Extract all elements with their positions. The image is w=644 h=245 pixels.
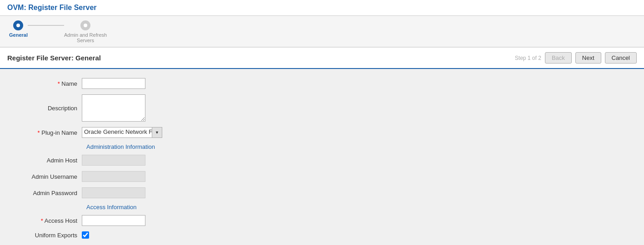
name-label: Name: [18, 80, 82, 87]
cancel-button[interactable]: Cancel: [605, 52, 637, 64]
access-host-input[interactable]: [82, 215, 145, 226]
page-wrapper: OVM: Register File Server General Admin …: [0, 0, 644, 245]
description-row: Description: [18, 94, 626, 122]
admin-username-row: Admin Username: [18, 171, 626, 182]
wizard-steps: General Admin and Refresh Servers: [0, 16, 644, 47]
admin-host-row: Admin Host: [18, 155, 626, 166]
plugin-select-dropdown-button[interactable]: [152, 127, 162, 138]
admin-host-input[interactable]: [82, 155, 145, 166]
wizard-step-circle-2: [80, 20, 90, 30]
step-info: Step 1 of 2: [515, 55, 541, 61]
admin-host-label: Admin Host: [18, 157, 82, 164]
wizard-connector: [28, 25, 64, 26]
wizard-step-label-1: General: [9, 32, 28, 38]
plugin-select-text: Oracle Generic Network Fil: [82, 127, 152, 138]
name-row: Name: [18, 78, 626, 89]
access-host-row: Access Host: [18, 215, 626, 226]
section-header-title: Register File Server: General: [7, 54, 101, 62]
uniform-exports-checkbox[interactable]: [82, 231, 89, 239]
access-host-label: Access Host: [18, 217, 82, 224]
plugin-name-label: Plug-in Name: [18, 129, 82, 136]
admin-password-label: Admin Password: [18, 190, 82, 196]
form-area: Name Description Plug-in Name Oracle Gen…: [0, 69, 644, 245]
description-input[interactable]: [82, 94, 145, 122]
wizard-step-dot-2: [84, 24, 87, 27]
access-info-subtitle: Access Information: [86, 204, 626, 211]
page-title: OVM: Register File Server: [7, 4, 97, 11]
next-button[interactable]: Next: [575, 52, 601, 64]
section-header-actions: Step 1 of 2 Back Next Cancel: [515, 52, 637, 64]
plugin-name-row: Plug-in Name Oracle Generic Network Fil: [18, 127, 626, 138]
admin-username-label: Admin Username: [18, 173, 82, 180]
page-header: OVM: Register File Server: [0, 0, 644, 16]
wizard-step-admin: Admin and Refresh Servers: [64, 20, 107, 43]
wizard-step-label-2: Admin and Refresh Servers: [64, 32, 107, 43]
admin-username-input[interactable]: [82, 171, 145, 182]
uniform-exports-row: Uniform Exports: [18, 231, 626, 239]
wizard-step-dot-1: [16, 24, 20, 27]
plugin-select-wrapper: Oracle Generic Network Fil: [82, 127, 162, 138]
admin-info-subtitle: Administration Information: [86, 143, 626, 150]
admin-password-input[interactable]: [82, 187, 145, 198]
wizard-step-circle-1: [13, 20, 23, 30]
name-input[interactable]: [82, 78, 145, 89]
admin-password-row: Admin Password: [18, 187, 626, 198]
wizard-step-general: General: [9, 20, 28, 38]
description-label: Description: [18, 105, 82, 112]
uniform-exports-label: Uniform Exports: [18, 232, 82, 239]
section-header: Register File Server: General Step 1 of …: [0, 47, 644, 69]
back-button[interactable]: Back: [545, 52, 572, 64]
